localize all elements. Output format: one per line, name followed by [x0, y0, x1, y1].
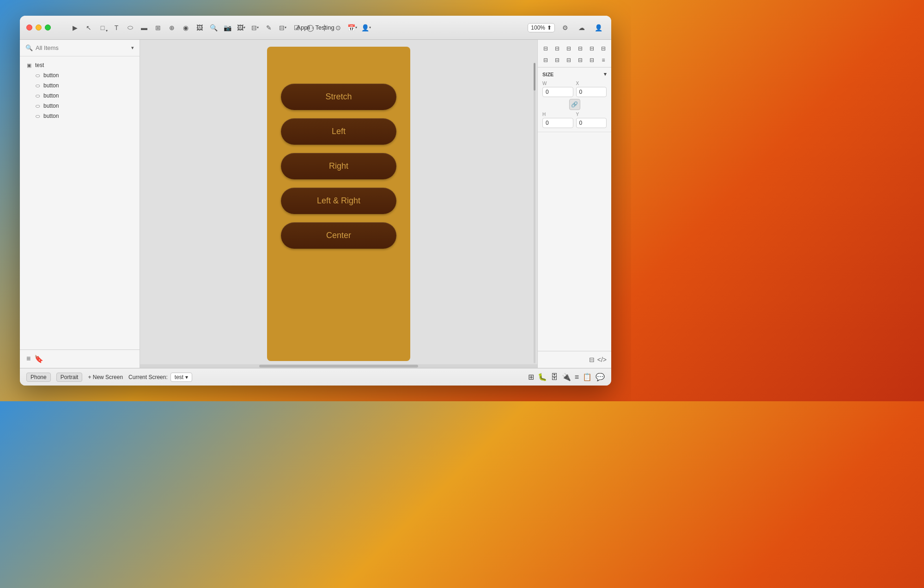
aspect-ratio-button[interactable]: 🔗 — [569, 99, 580, 110]
eye-icon[interactable]: 👁 — [120, 113, 125, 119]
lock-icon[interactable]: 🔒 — [111, 73, 118, 79]
eye-icon[interactable]: 👁 — [120, 83, 125, 88]
x-value[interactable]: 0 — [576, 87, 607, 97]
text-tool[interactable]: T — [110, 21, 123, 34]
pin-tool[interactable]: ◉ — [179, 21, 192, 34]
screen-dropdown[interactable]: test ▾ — [170, 373, 192, 382]
y-value[interactable]: 0 — [576, 118, 607, 128]
code-icon[interactable]: </> — [127, 113, 134, 119]
height-value[interactable]: 0 — [542, 118, 573, 128]
lock-icon[interactable]: 🔒 — [111, 103, 118, 109]
code-icon[interactable]: </> — [127, 103, 134, 109]
padding-icon[interactable]: ⊟ — [587, 55, 597, 65]
y-label: Y — [576, 112, 607, 117]
tree-item-label: button — [43, 82, 111, 89]
preview-icon[interactable]: 💬 — [596, 373, 605, 381]
tree-item-button-2[interactable]: ⬭ button 🔒 👁 </> — [20, 80, 140, 91]
new-screen-button[interactable]: + New Screen — [88, 374, 123, 380]
size-dropdown-icon[interactable]: ▾ — [604, 71, 607, 77]
button-right[interactable]: Right — [281, 153, 396, 179]
align-top-icon[interactable]: ⊟ — [575, 43, 585, 54]
tree-button-icon: ⬭ — [34, 102, 41, 110]
canvas-scrollbar[interactable] — [533, 54, 536, 354]
button-center[interactable]: Center — [281, 222, 396, 249]
database-icon[interactable]: 🗄 — [551, 373, 558, 381]
line-tool[interactable]: ▬ — [138, 21, 151, 34]
align-left-icon[interactable]: ⊟ — [541, 43, 551, 54]
dist-h-icon[interactable]: ⊟ — [541, 55, 551, 65]
align-center-h-icon[interactable]: ⊟ — [552, 43, 562, 54]
button-left-right[interactable]: Left & Right — [281, 188, 396, 214]
zoom-value: 100% — [531, 24, 545, 31]
debug-icon[interactable]: 🐛 — [538, 373, 547, 381]
eye-icon[interactable]: 👁 — [120, 62, 125, 68]
calendar-tool[interactable]: 📅▾ — [346, 21, 359, 34]
x-label: X — [576, 81, 607, 86]
align-bottom-icon[interactable]: ⊟ — [598, 43, 608, 54]
lock-icon[interactable]: 🔒 — [111, 93, 118, 99]
window-title: Appli - Testing — [297, 24, 334, 31]
components-icon[interactable]: ⊞ — [528, 373, 534, 381]
align-middle-icon[interactable]: ⊟ — [587, 43, 597, 54]
zoom-stepper[interactable]: ⬆ — [547, 24, 552, 31]
eye-icon[interactable]: 👁 — [120, 73, 125, 78]
code-icon[interactable]: </> — [127, 73, 134, 78]
code-icon[interactable]: </> — [127, 83, 134, 88]
code-view-icon[interactable]: ⊟ — [589, 356, 595, 363]
component-tool[interactable]: ⊟▾ — [276, 21, 289, 34]
api-icon[interactable]: 🔌 — [562, 373, 571, 381]
oval-tool[interactable]: ⬭ — [124, 21, 137, 34]
eye-icon[interactable]: 👁 — [120, 103, 125, 109]
list-icon[interactable]: ≡ — [598, 55, 608, 65]
button-stretch[interactable]: Stretch — [281, 84, 396, 110]
grid-tool[interactable]: ⊞ — [152, 21, 164, 34]
resize-icon[interactable]: ⊟ — [575, 55, 585, 65]
lock-icon[interactable]: 🔒 — [111, 113, 118, 119]
align-right-icon[interactable]: ⊟ — [564, 43, 574, 54]
bookmark-icon[interactable]: 🔖 — [34, 355, 43, 363]
tree-item-button-5[interactable]: ⬭ button 🔒 👁 </> — [20, 111, 140, 121]
rectangle-tool[interactable]: □▾ — [96, 21, 109, 34]
camera-tool[interactable]: 📷 — [221, 21, 234, 34]
source-icon[interactable]: </> — [597, 356, 607, 363]
tree-item-button-3[interactable]: ⬭ button 🔒 👁 </> — [20, 91, 140, 101]
eye-icon[interactable]: 👁 — [120, 93, 125, 98]
size-grid: W 0 X 0 — [542, 81, 607, 97]
search-tool[interactable]: 🔍 — [207, 21, 220, 34]
close-button[interactable] — [26, 24, 32, 31]
minimize-button[interactable] — [36, 24, 42, 31]
dist-v-icon[interactable]: ⊟ — [552, 55, 562, 65]
maximize-button[interactable] — [45, 24, 51, 31]
group-icon[interactable]: ⊟ — [564, 55, 574, 65]
sidebar: 🔍 ▾ ▣ test 🔒 👁 </> ⬭ bu — [20, 40, 140, 368]
cloud-icon[interactable]: ☁ — [575, 21, 588, 34]
width-value[interactable]: 0 — [542, 87, 573, 97]
tree-item-test[interactable]: ▣ test 🔒 👁 </> — [20, 60, 140, 70]
code-icon[interactable]: </> — [127, 62, 134, 68]
layers-icon[interactable]: ≡ — [26, 355, 30, 363]
zoom-control[interactable]: 100% ⬆ — [528, 23, 555, 32]
edit-tool[interactable]: ✎ — [262, 21, 275, 34]
lock-icon[interactable]: 🔒 — [111, 83, 118, 89]
publish-icon[interactable]: 📋 — [583, 373, 592, 381]
media-tool[interactable]: 🖼▾ — [235, 21, 248, 34]
settings-icon[interactable]: ⚙ — [559, 21, 571, 34]
play-icon[interactable]: ▶ — [68, 21, 81, 34]
user-tool[interactable]: 👤▾ — [359, 21, 372, 34]
image-tool[interactable]: 🖼 — [193, 21, 206, 34]
code-icon[interactable]: </> — [127, 93, 134, 98]
width-label: W — [542, 81, 573, 86]
search-input[interactable] — [36, 44, 128, 51]
tree-item-button-4[interactable]: ⬭ button 🔒 👁 </> — [20, 101, 140, 111]
cursor-icon[interactable]: ↖ — [82, 21, 95, 34]
lock-icon[interactable]: 🔒 — [111, 62, 118, 68]
sidebar-dropdown-icon[interactable]: ▾ — [131, 45, 134, 51]
list-view-icon[interactable]: ≡ — [575, 373, 579, 381]
globe-tool[interactable]: ⊕ — [165, 21, 178, 34]
account-icon[interactable]: 👤 — [592, 21, 605, 34]
button-left[interactable]: Left — [281, 118, 396, 145]
tree-button-icon: ⬭ — [34, 82, 41, 89]
canvas-bottom-scrollbar[interactable] — [140, 364, 537, 368]
screen-tool[interactable]: ⊟▾ — [249, 21, 261, 34]
tree-item-button-1[interactable]: ⬭ button 🔒 👁 </> — [20, 70, 140, 80]
